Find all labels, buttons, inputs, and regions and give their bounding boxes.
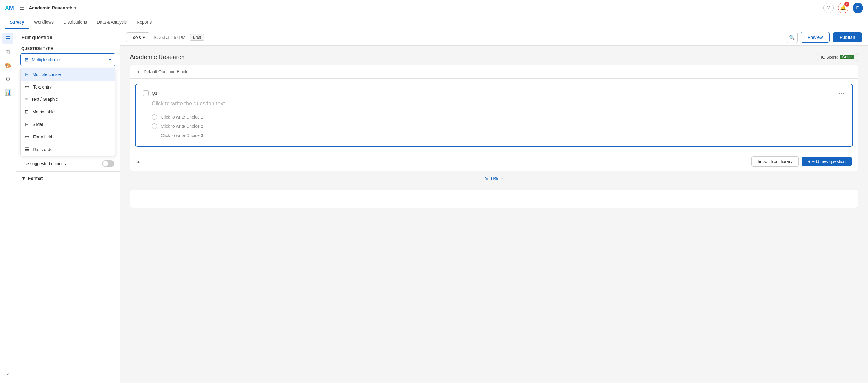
survey-title-text[interactable]: Academic Research (130, 54, 185, 61)
tab-survey[interactable]: Survey (5, 16, 29, 29)
tab-distributions[interactable]: Distributions (59, 16, 92, 29)
question-block: Default Question Block Q1 ··· Click to w… (130, 65, 858, 171)
saved-status: Saved at 2:57 PM (154, 35, 185, 40)
choice-text-3[interactable]: Click to write Choice 3 (161, 133, 204, 138)
import-from-library-button[interactable]: Import from library (751, 156, 799, 167)
notification-badge: 2 (844, 2, 849, 7)
question-checkbox[interactable] (143, 90, 149, 96)
slider-icon: ⊟ (25, 121, 29, 127)
search-button[interactable]: 🔍 (786, 32, 798, 43)
question-type-button[interactable]: ⊟ Multiple choice ▾ (20, 53, 116, 66)
tab-data-analysis[interactable]: Data & Analysis (92, 16, 132, 29)
survey-area: Academic Research iQ Score: Great Defaul… (120, 46, 868, 215)
edit-question-header: Edit question (16, 29, 120, 44)
text-graphic-icon: ≡ (25, 96, 28, 102)
question-text[interactable]: Click to write the question text (143, 100, 845, 107)
preview-button[interactable]: Preview (801, 32, 830, 42)
dropdown-item-text-entry[interactable]: ▭ Text entry (21, 81, 115, 93)
choice-text-2[interactable]: Click to write Choice 2 (161, 124, 204, 129)
rail-stats-icon[interactable]: 📊 (2, 87, 13, 98)
secondary-nav: Survey Workflows Distributions Data & An… (0, 16, 868, 29)
rail-style-icon[interactable]: 🎨 (2, 60, 13, 71)
survey-title-row: Academic Research iQ Score: Great (130, 53, 858, 61)
publish-button[interactable]: Publish (833, 32, 862, 42)
tools-chevron-icon: ▾ (143, 35, 145, 40)
choice-row-2[interactable]: Click to write Choice 2 (143, 122, 845, 131)
notification-button[interactable]: 🔔 2 (838, 3, 848, 13)
hamburger-icon[interactable]: ☰ (20, 5, 25, 11)
rank-order-icon: ☰ (25, 146, 29, 152)
format-arrow-icon (22, 176, 26, 181)
question-number: Q1 (152, 91, 157, 96)
rail-library-icon[interactable]: ⊞ (2, 47, 13, 58)
dropdown-item-text-graphic[interactable]: ≡ Text / Graphic (21, 93, 115, 106)
dropdown-item-form-field[interactable]: ▭ Form field (21, 130, 115, 143)
tools-button[interactable]: Tools ▾ (126, 32, 150, 42)
second-question-block (130, 190, 858, 208)
main-content: Tools ▾ Saved at 2:57 PM Draft 🔍 Preview… (120, 29, 868, 383)
choice-text-1[interactable]: Click to write Choice 1 (161, 115, 204, 119)
matrix-icon: ⊞ (25, 109, 29, 115)
block-up-arrow-icon[interactable]: ▲ (136, 159, 141, 164)
question-type-dropdown: ⊟ Multiple choice ▭ Text entry ≡ Text / … (20, 68, 116, 156)
use-suggested-choices-label: Use suggested choices (22, 161, 66, 166)
dropdown-item-slider[interactable]: ⊟ Slider (21, 118, 115, 130)
iq-score-badge: iQ Score: Great (817, 53, 858, 61)
multiple-choice-icon: ⊟ (25, 57, 29, 62)
rail-collapse-icon[interactable]: ‹ (2, 368, 13, 379)
icon-rail: ☰ ⊞ 🎨 ⚙ 📊 ‹ (0, 29, 16, 383)
add-new-question-button[interactable]: + Add new question (802, 156, 852, 166)
form-field-icon: ▭ (25, 134, 29, 140)
question-label: Q1 (143, 90, 157, 96)
top-bar: XM ☰ Academic Research ▾ ? 🔔 2 D (0, 0, 868, 16)
use-suggested-choices-toggle[interactable] (102, 160, 114, 167)
choice-radio-2 (152, 123, 157, 129)
dropdown-item-matrix-table[interactable]: ⊞ Matrix table (21, 106, 115, 118)
draft-badge: Draft (190, 34, 204, 41)
list-icon: ⊟ (25, 71, 29, 77)
rail-tools-icon[interactable]: ⚙ (2, 73, 13, 85)
chevron-down-icon: ▾ (74, 6, 76, 10)
use-suggested-choices-row: Use suggested choices (16, 156, 120, 171)
format-section[interactable]: Format (16, 171, 120, 185)
main-layout: ☰ ⊞ 🎨 ⚙ 📊 ‹ Edit question Question type … (0, 29, 868, 383)
question-card[interactable]: Q1 ··· Click to write the question text … (135, 84, 853, 147)
question-type-label: Question type (16, 44, 120, 53)
block-title: Default Question Block (144, 69, 187, 74)
dropdown-arrow-icon: ▾ (109, 58, 111, 62)
toolbar-right: 🔍 Preview Publish (786, 32, 862, 43)
choice-row-1[interactable]: Click to write Choice 1 (143, 113, 845, 122)
top-bar-right: ? 🔔 2 D (823, 3, 863, 13)
add-block-row[interactable]: Add Block (130, 171, 858, 186)
question-header: Q1 ··· (143, 90, 845, 97)
dropdown-item-rank-order[interactable]: ☰ Rank order (21, 143, 115, 156)
block-collapse-icon[interactable] (136, 69, 141, 74)
help-button[interactable]: ? (823, 3, 834, 13)
xm-logo[interactable]: XM (5, 4, 14, 11)
rail-survey-icon[interactable]: ☰ (2, 33, 13, 44)
text-entry-icon: ▭ (25, 84, 29, 90)
avatar[interactable]: D (853, 3, 863, 13)
dropdown-item-multiple-choice[interactable]: ⊟ Multiple choice (21, 68, 115, 81)
tab-workflows[interactable]: Workflows (29, 16, 59, 29)
question-menu-icon[interactable]: ··· (839, 90, 845, 97)
choice-radio-1 (152, 114, 157, 120)
choice-row-3[interactable]: Click to write Choice 3 (143, 131, 845, 140)
project-name[interactable]: Academic Research ▾ (29, 5, 76, 10)
toggle-knob (103, 161, 108, 166)
toolbar: Tools ▾ Saved at 2:57 PM Draft 🔍 Preview… (120, 29, 868, 46)
block-actions: ▲ Import from library + Add new question (130, 152, 858, 171)
block-header: Default Question Block (130, 65, 858, 79)
choice-radio-3 (152, 133, 157, 138)
tab-reports[interactable]: Reports (132, 16, 156, 29)
iq-score-value: Great (840, 55, 854, 59)
left-panel: Edit question Question type ⊟ Multiple c… (16, 29, 120, 383)
